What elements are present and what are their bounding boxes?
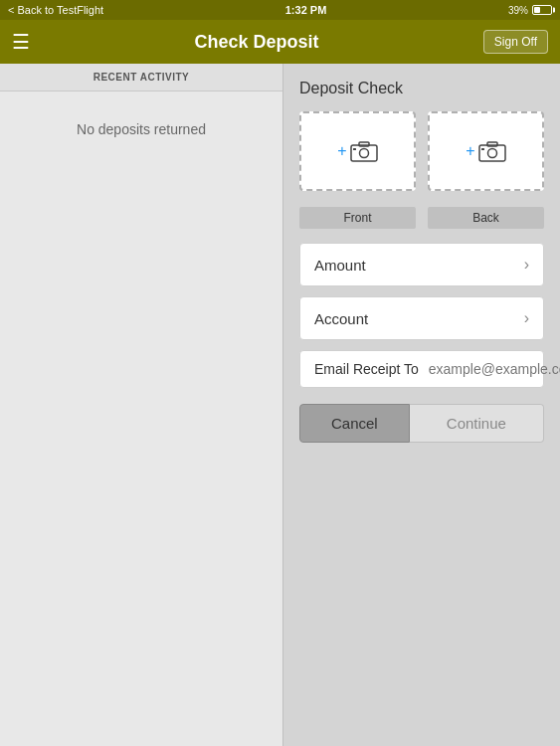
svg-rect-6 [487,142,497,146]
photo-row: + + [299,111,544,191]
status-bar: < Back to TestFlight 1:32 PM 39% [0,0,560,20]
email-receipt-input[interactable] [429,361,560,377]
front-plus-icon: + [337,142,346,160]
front-label: Front [299,207,416,229]
back-camera-icon [478,140,506,162]
main-content: RECENT ACTIVITY No deposits returned Dep… [0,64,560,746]
svg-rect-2 [359,142,369,146]
back-to-testflight-link[interactable]: < Back to TestFlight [8,4,103,16]
svg-rect-0 [351,145,377,161]
nav-bar: ☰ Check Deposit Sign Off [0,20,560,64]
no-deposits-message: No deposits returned [0,101,282,157]
amount-chevron-icon: › [524,256,529,274]
svg-rect-4 [479,145,505,161]
page-title: Check Deposit [30,32,483,53]
svg-rect-3 [353,148,356,150]
front-photo-box[interactable]: + [299,111,416,191]
recent-activity-header: RECENT ACTIVITY [0,64,282,92]
battery-icon [532,5,552,15]
email-receipt-label: Email Receipt To [314,361,419,377]
email-receipt-row: Email Receipt To [299,350,544,388]
battery-fill [534,7,540,13]
front-camera-icon-wrap: + [337,140,377,162]
back-label: Back [428,207,544,229]
continue-button[interactable]: Continue [410,404,544,443]
status-time: 1:32 PM [285,4,327,16]
back-camera-icon-wrap: + [466,140,505,162]
svg-point-5 [487,149,496,158]
front-camera-icon [350,140,378,162]
svg-rect-7 [481,148,484,150]
back-photo-box[interactable]: + [428,111,544,191]
button-row: Cancel Continue [299,404,544,443]
left-panel: RECENT ACTIVITY No deposits returned [0,64,283,746]
menu-icon[interactable]: ☰ [12,32,30,52]
deposit-check-title: Deposit Check [299,80,544,97]
back-plus-icon: + [466,142,474,160]
amount-label: Amount [314,257,366,274]
account-chevron-icon: › [524,309,529,327]
photo-label-bar: Front Back [299,207,544,229]
sign-off-button[interactable]: Sign Off [483,30,548,54]
battery-percent: 39% [508,5,528,16]
account-label: Account [314,310,368,327]
cancel-button[interactable]: Cancel [299,404,410,443]
svg-point-1 [359,149,368,158]
status-indicators: 39% [508,5,552,16]
amount-field[interactable]: Amount › [299,243,544,286]
right-panel: Deposit Check + + [283,64,560,746]
account-field[interactable]: Account › [299,296,544,340]
